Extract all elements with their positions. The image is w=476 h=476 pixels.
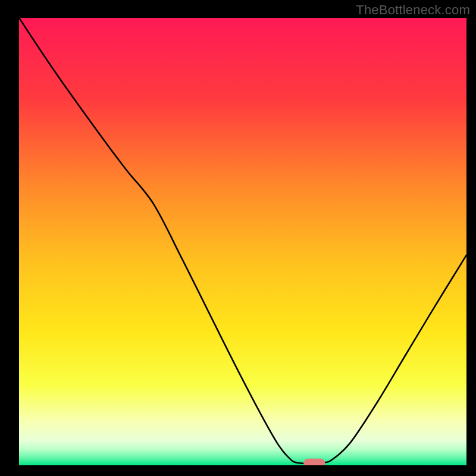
watermark-text: TheBottleneck.com <box>356 2 470 18</box>
chart-frame: TheBottleneck.com <box>0 0 476 476</box>
plot-area <box>19 18 466 465</box>
optimum-marker <box>303 459 325 465</box>
bottleneck-curve-chart <box>19 18 466 465</box>
gradient-background <box>19 18 466 465</box>
